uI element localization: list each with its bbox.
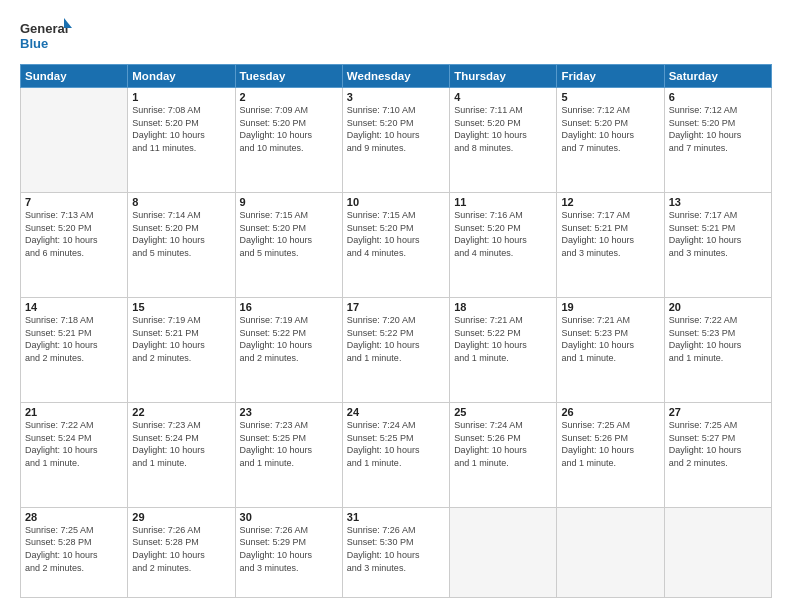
calendar-day-cell: 12Sunrise: 7:17 AM Sunset: 5:21 PM Dayli… bbox=[557, 192, 664, 297]
day-number: 19 bbox=[561, 301, 659, 313]
day-info: Sunrise: 7:12 AM Sunset: 5:20 PM Dayligh… bbox=[561, 104, 659, 154]
day-number: 18 bbox=[454, 301, 552, 313]
day-number: 23 bbox=[240, 406, 338, 418]
calendar-week-row: 7Sunrise: 7:13 AM Sunset: 5:20 PM Daylig… bbox=[21, 192, 772, 297]
day-info: Sunrise: 7:11 AM Sunset: 5:20 PM Dayligh… bbox=[454, 104, 552, 154]
svg-text:Blue: Blue bbox=[20, 36, 48, 51]
day-number: 8 bbox=[132, 196, 230, 208]
calendar-day-cell: 25Sunrise: 7:24 AM Sunset: 5:26 PM Dayli… bbox=[450, 402, 557, 507]
calendar-day-cell: 28Sunrise: 7:25 AM Sunset: 5:28 PM Dayli… bbox=[21, 507, 128, 597]
day-info: Sunrise: 7:14 AM Sunset: 5:20 PM Dayligh… bbox=[132, 209, 230, 259]
calendar-day-cell: 24Sunrise: 7:24 AM Sunset: 5:25 PM Dayli… bbox=[342, 402, 449, 507]
day-info: Sunrise: 7:22 AM Sunset: 5:23 PM Dayligh… bbox=[669, 314, 767, 364]
weekday-header: Thursday bbox=[450, 65, 557, 88]
day-info: Sunrise: 7:17 AM Sunset: 5:21 PM Dayligh… bbox=[669, 209, 767, 259]
day-number: 17 bbox=[347, 301, 445, 313]
day-number: 27 bbox=[669, 406, 767, 418]
day-info: Sunrise: 7:24 AM Sunset: 5:25 PM Dayligh… bbox=[347, 419, 445, 469]
calendar-day-cell: 19Sunrise: 7:21 AM Sunset: 5:23 PM Dayli… bbox=[557, 297, 664, 402]
header: GeneralBlue bbox=[20, 18, 772, 54]
calendar-day-cell: 23Sunrise: 7:23 AM Sunset: 5:25 PM Dayli… bbox=[235, 402, 342, 507]
calendar-day-cell: 6Sunrise: 7:12 AM Sunset: 5:20 PM Daylig… bbox=[664, 88, 771, 193]
calendar-day-cell: 21Sunrise: 7:22 AM Sunset: 5:24 PM Dayli… bbox=[21, 402, 128, 507]
calendar-day-cell: 16Sunrise: 7:19 AM Sunset: 5:22 PM Dayli… bbox=[235, 297, 342, 402]
calendar-day-cell bbox=[21, 88, 128, 193]
calendar-week-row: 1Sunrise: 7:08 AM Sunset: 5:20 PM Daylig… bbox=[21, 88, 772, 193]
calendar-day-cell: 26Sunrise: 7:25 AM Sunset: 5:26 PM Dayli… bbox=[557, 402, 664, 507]
day-number: 2 bbox=[240, 91, 338, 103]
day-info: Sunrise: 7:19 AM Sunset: 5:22 PM Dayligh… bbox=[240, 314, 338, 364]
calendar-day-cell bbox=[450, 507, 557, 597]
weekday-header: Wednesday bbox=[342, 65, 449, 88]
day-info: Sunrise: 7:13 AM Sunset: 5:20 PM Dayligh… bbox=[25, 209, 123, 259]
calendar-week-row: 21Sunrise: 7:22 AM Sunset: 5:24 PM Dayli… bbox=[21, 402, 772, 507]
day-number: 4 bbox=[454, 91, 552, 103]
day-info: Sunrise: 7:23 AM Sunset: 5:25 PM Dayligh… bbox=[240, 419, 338, 469]
day-number: 10 bbox=[347, 196, 445, 208]
calendar-day-cell: 2Sunrise: 7:09 AM Sunset: 5:20 PM Daylig… bbox=[235, 88, 342, 193]
day-number: 30 bbox=[240, 511, 338, 523]
day-number: 20 bbox=[669, 301, 767, 313]
day-number: 16 bbox=[240, 301, 338, 313]
day-number: 24 bbox=[347, 406, 445, 418]
day-info: Sunrise: 7:22 AM Sunset: 5:24 PM Dayligh… bbox=[25, 419, 123, 469]
logo-svg: GeneralBlue bbox=[20, 18, 72, 54]
calendar-page: GeneralBlue SundayMondayTuesdayWednesday… bbox=[0, 0, 792, 612]
day-info: Sunrise: 7:16 AM Sunset: 5:20 PM Dayligh… bbox=[454, 209, 552, 259]
calendar-day-cell: 30Sunrise: 7:26 AM Sunset: 5:29 PM Dayli… bbox=[235, 507, 342, 597]
calendar-day-cell: 11Sunrise: 7:16 AM Sunset: 5:20 PM Dayli… bbox=[450, 192, 557, 297]
calendar-table: SundayMondayTuesdayWednesdayThursdayFrid… bbox=[20, 64, 772, 598]
logo: GeneralBlue bbox=[20, 18, 72, 54]
day-info: Sunrise: 7:18 AM Sunset: 5:21 PM Dayligh… bbox=[25, 314, 123, 364]
calendar-day-cell: 17Sunrise: 7:20 AM Sunset: 5:22 PM Dayli… bbox=[342, 297, 449, 402]
calendar-day-cell: 15Sunrise: 7:19 AM Sunset: 5:21 PM Dayli… bbox=[128, 297, 235, 402]
day-number: 28 bbox=[25, 511, 123, 523]
calendar-day-cell bbox=[664, 507, 771, 597]
calendar-week-row: 28Sunrise: 7:25 AM Sunset: 5:28 PM Dayli… bbox=[21, 507, 772, 597]
day-number: 15 bbox=[132, 301, 230, 313]
day-number: 6 bbox=[669, 91, 767, 103]
day-number: 22 bbox=[132, 406, 230, 418]
calendar-day-cell: 4Sunrise: 7:11 AM Sunset: 5:20 PM Daylig… bbox=[450, 88, 557, 193]
day-info: Sunrise: 7:26 AM Sunset: 5:29 PM Dayligh… bbox=[240, 524, 338, 574]
day-number: 29 bbox=[132, 511, 230, 523]
calendar-day-cell: 20Sunrise: 7:22 AM Sunset: 5:23 PM Dayli… bbox=[664, 297, 771, 402]
day-info: Sunrise: 7:25 AM Sunset: 5:27 PM Dayligh… bbox=[669, 419, 767, 469]
day-info: Sunrise: 7:23 AM Sunset: 5:24 PM Dayligh… bbox=[132, 419, 230, 469]
weekday-header: Tuesday bbox=[235, 65, 342, 88]
day-info: Sunrise: 7:15 AM Sunset: 5:20 PM Dayligh… bbox=[240, 209, 338, 259]
day-info: Sunrise: 7:25 AM Sunset: 5:28 PM Dayligh… bbox=[25, 524, 123, 574]
weekday-header: Friday bbox=[557, 65, 664, 88]
day-number: 11 bbox=[454, 196, 552, 208]
day-number: 13 bbox=[669, 196, 767, 208]
svg-marker-2 bbox=[64, 18, 72, 28]
day-info: Sunrise: 7:25 AM Sunset: 5:26 PM Dayligh… bbox=[561, 419, 659, 469]
day-number: 25 bbox=[454, 406, 552, 418]
day-number: 3 bbox=[347, 91, 445, 103]
day-info: Sunrise: 7:17 AM Sunset: 5:21 PM Dayligh… bbox=[561, 209, 659, 259]
calendar-week-row: 14Sunrise: 7:18 AM Sunset: 5:21 PM Dayli… bbox=[21, 297, 772, 402]
calendar-day-cell: 10Sunrise: 7:15 AM Sunset: 5:20 PM Dayli… bbox=[342, 192, 449, 297]
calendar-day-cell: 22Sunrise: 7:23 AM Sunset: 5:24 PM Dayli… bbox=[128, 402, 235, 507]
day-number: 31 bbox=[347, 511, 445, 523]
day-info: Sunrise: 7:10 AM Sunset: 5:20 PM Dayligh… bbox=[347, 104, 445, 154]
calendar-day-cell: 8Sunrise: 7:14 AM Sunset: 5:20 PM Daylig… bbox=[128, 192, 235, 297]
day-info: Sunrise: 7:15 AM Sunset: 5:20 PM Dayligh… bbox=[347, 209, 445, 259]
weekday-header: Monday bbox=[128, 65, 235, 88]
day-info: Sunrise: 7:26 AM Sunset: 5:28 PM Dayligh… bbox=[132, 524, 230, 574]
day-info: Sunrise: 7:21 AM Sunset: 5:23 PM Dayligh… bbox=[561, 314, 659, 364]
calendar-day-cell: 18Sunrise: 7:21 AM Sunset: 5:22 PM Dayli… bbox=[450, 297, 557, 402]
calendar-day-cell: 3Sunrise: 7:10 AM Sunset: 5:20 PM Daylig… bbox=[342, 88, 449, 193]
weekday-header: Saturday bbox=[664, 65, 771, 88]
day-info: Sunrise: 7:21 AM Sunset: 5:22 PM Dayligh… bbox=[454, 314, 552, 364]
day-info: Sunrise: 7:20 AM Sunset: 5:22 PM Dayligh… bbox=[347, 314, 445, 364]
calendar-day-cell: 13Sunrise: 7:17 AM Sunset: 5:21 PM Dayli… bbox=[664, 192, 771, 297]
day-number: 7 bbox=[25, 196, 123, 208]
weekday-header: Sunday bbox=[21, 65, 128, 88]
calendar-day-cell bbox=[557, 507, 664, 597]
calendar-day-cell: 5Sunrise: 7:12 AM Sunset: 5:20 PM Daylig… bbox=[557, 88, 664, 193]
day-info: Sunrise: 7:09 AM Sunset: 5:20 PM Dayligh… bbox=[240, 104, 338, 154]
day-number: 21 bbox=[25, 406, 123, 418]
calendar-day-cell: 7Sunrise: 7:13 AM Sunset: 5:20 PM Daylig… bbox=[21, 192, 128, 297]
day-number: 14 bbox=[25, 301, 123, 313]
